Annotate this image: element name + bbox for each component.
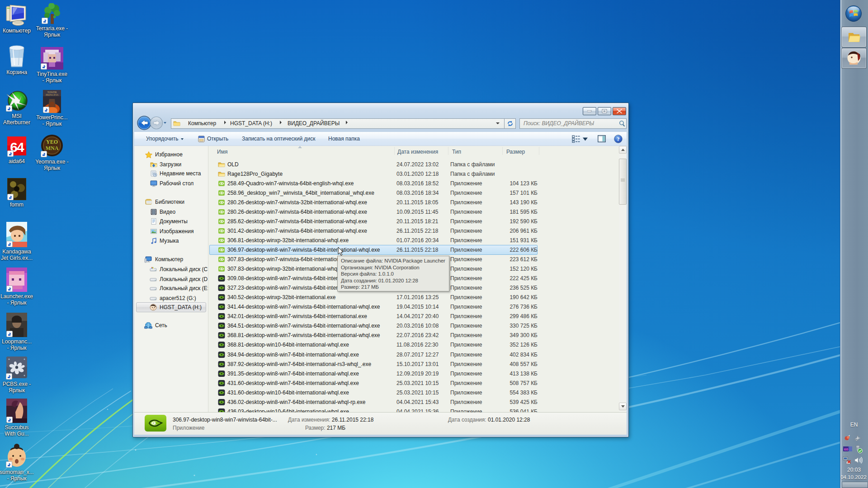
svg-text:?: ? <box>617 136 620 142</box>
svg-text:MNA: MNA <box>46 145 59 151</box>
svg-text:YEO: YEO <box>46 139 58 145</box>
svg-text:60: 60 <box>844 447 848 451</box>
svg-text:PRINCESS: PRINCESS <box>46 94 58 96</box>
